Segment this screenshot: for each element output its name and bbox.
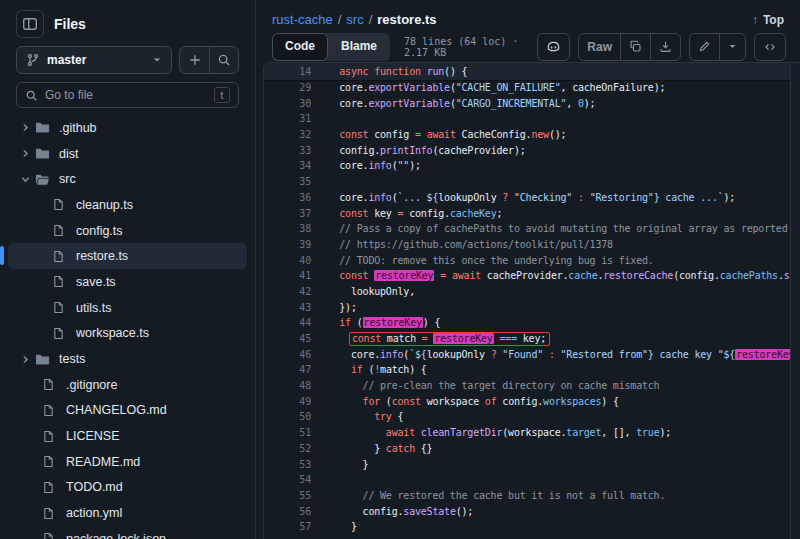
tree-item-workspace.ts[interactable]: workspace.ts <box>8 321 247 347</box>
scroll-to-top-link[interactable]: ↑ Top <box>752 13 784 27</box>
code-line-content: const restoreKey = await cacheProvider.c… <box>311 268 790 284</box>
search-tree-button[interactable] <box>209 47 238 73</box>
edit-dropdown-button[interactable] <box>719 34 745 60</box>
line-number[interactable]: 32 <box>264 127 311 143</box>
tree-item-restore.ts[interactable]: restore.ts <box>8 243 247 269</box>
copy-raw-button[interactable] <box>620 34 650 60</box>
line-number[interactable]: 51 <box>264 425 311 441</box>
line-number[interactable]: 47 <box>264 362 311 378</box>
tree-item-changelog.md[interactable]: CHANGELOG.md <box>8 398 247 424</box>
code-token: , [], <box>601 427 636 438</box>
copilot-button[interactable] <box>537 33 570 61</box>
code-line: 48 // pre-clean the target directory on … <box>264 378 790 394</box>
line-number[interactable]: 57 <box>264 519 311 535</box>
raw-button[interactable]: Raw <box>579 34 620 60</box>
tree-item-readme.md[interactable]: README.md <box>8 449 247 475</box>
tree-item-todo.md[interactable]: TODO.md <box>8 475 247 501</box>
symbols-panel-button[interactable] <box>754 33 786 61</box>
code-scrollbar[interactable] <box>790 63 800 539</box>
folder-icon <box>35 146 51 161</box>
tree-item-label: action.yml <box>66 506 122 520</box>
code-token: exportVariable <box>368 82 450 93</box>
code-token: const <box>339 208 368 219</box>
sticky-code-line: 14 async function run() { <box>264 63 790 80</box>
tree-item-license[interactable]: LICENSE <box>8 423 247 449</box>
collapse-sidebar-button[interactable] <box>16 10 44 38</box>
edit-file-button[interactable] <box>690 34 719 60</box>
line-number[interactable]: 33 <box>264 143 311 159</box>
tab-blame[interactable]: Blame <box>328 33 390 61</box>
tree-item-save.ts[interactable]: save.ts <box>8 269 247 295</box>
code-line-content: // TODO: remove this once the underlying… <box>311 253 790 269</box>
branch-selector-button[interactable]: master <box>16 46 172 74</box>
tree-item-action.yml[interactable]: action.yml <box>8 500 247 526</box>
tree-item-config.ts[interactable]: config.ts <box>8 218 247 244</box>
file-icon <box>52 275 68 288</box>
chevron-right-icon <box>20 122 35 133</box>
tree-item-.gitignore[interactable]: .gitignore <box>8 372 247 398</box>
line-number[interactable]: 55 <box>264 488 311 504</box>
code-viewer: 14 async function run() { 29 core.export… <box>263 62 800 539</box>
tree-item-package-lock.json[interactable]: package-lock.json <box>8 526 247 539</box>
line-number[interactable]: 50 <box>264 409 311 425</box>
line-number[interactable]: 14 <box>264 63 311 80</box>
code-token <box>316 396 363 407</box>
line-number[interactable]: 35 <box>264 174 311 190</box>
line-number[interactable]: 41 <box>264 268 311 284</box>
tree-item-dist[interactable]: dist <box>8 141 247 167</box>
line-number[interactable]: 53 <box>264 457 311 473</box>
line-number[interactable]: 44 <box>264 315 311 331</box>
tree-item-src[interactable]: src <box>8 166 247 192</box>
code-token: config. <box>316 506 403 517</box>
tab-code[interactable]: Code <box>272 33 328 61</box>
line-number[interactable]: 42 <box>264 284 311 300</box>
line-number[interactable]: 46 <box>264 347 311 363</box>
code-token: const <box>339 129 368 140</box>
tree-item-cleanup.ts[interactable]: cleanup.ts <box>8 192 247 218</box>
tree-item-utils.ts[interactable]: utils.ts <box>8 295 247 321</box>
line-number[interactable]: 56 <box>264 504 311 520</box>
line-number[interactable]: 36 <box>264 190 311 206</box>
download-raw-button[interactable] <box>650 34 680 60</box>
code-line: 34 core.info(""); <box>264 158 790 174</box>
line-number[interactable]: 49 <box>264 394 311 410</box>
file-icon <box>42 404 58 417</box>
line-number[interactable]: 29 <box>264 80 311 96</box>
line-number[interactable]: 38 <box>264 221 311 237</box>
code-line: 57 } <box>264 519 790 535</box>
line-number[interactable]: 30 <box>264 96 311 112</box>
code-token <box>316 427 386 438</box>
line-number[interactable]: 40 <box>264 253 311 269</box>
line-number[interactable]: 54 <box>264 472 311 488</box>
annotation-highlight-box: const match = restoreKey === key; <box>349 332 550 346</box>
tree-item-.github[interactable]: .github <box>8 115 247 141</box>
sidebar-panel-icon <box>22 16 38 32</box>
go-to-file-input[interactable]: Go to file t <box>16 82 239 108</box>
line-number[interactable]: 43 <box>264 300 311 316</box>
line-number[interactable]: 52 <box>264 441 311 457</box>
breadcrumb-repo-link[interactable]: rust-cache <box>272 12 333 27</box>
code-line: 37 const key = config.cacheKey; <box>264 206 790 222</box>
file-icon <box>52 224 68 237</box>
line-number[interactable]: 37 <box>264 206 311 222</box>
tree-item-label: config.ts <box>76 224 123 238</box>
tree-item-tests[interactable]: tests <box>8 346 247 372</box>
code-token: const <box>352 333 381 344</box>
code-line-content: core.info(""); <box>311 158 790 174</box>
code-token: restoreCache <box>603 270 673 281</box>
line-number[interactable]: 45 <box>264 331 311 347</box>
breadcrumb-current-file: restore.ts <box>377 12 436 27</box>
code-line: 42 lookupOnly, <box>264 284 790 300</box>
line-number[interactable]: 31 <box>264 111 311 127</box>
add-file-button[interactable] <box>180 47 209 73</box>
line-number[interactable]: 34 <box>264 158 311 174</box>
code-token: catch <box>386 443 415 454</box>
code-token: core. <box>316 160 368 171</box>
code-token: "Restored from" <box>561 349 648 360</box>
line-number[interactable]: 48 <box>264 378 311 394</box>
tree-item-label: src <box>59 172 76 186</box>
code-token: (); <box>549 129 566 140</box>
breadcrumb-dir-link[interactable]: src <box>346 12 363 27</box>
code-line: 43 }); <box>264 300 790 316</box>
line-number[interactable]: 39 <box>264 237 311 253</box>
